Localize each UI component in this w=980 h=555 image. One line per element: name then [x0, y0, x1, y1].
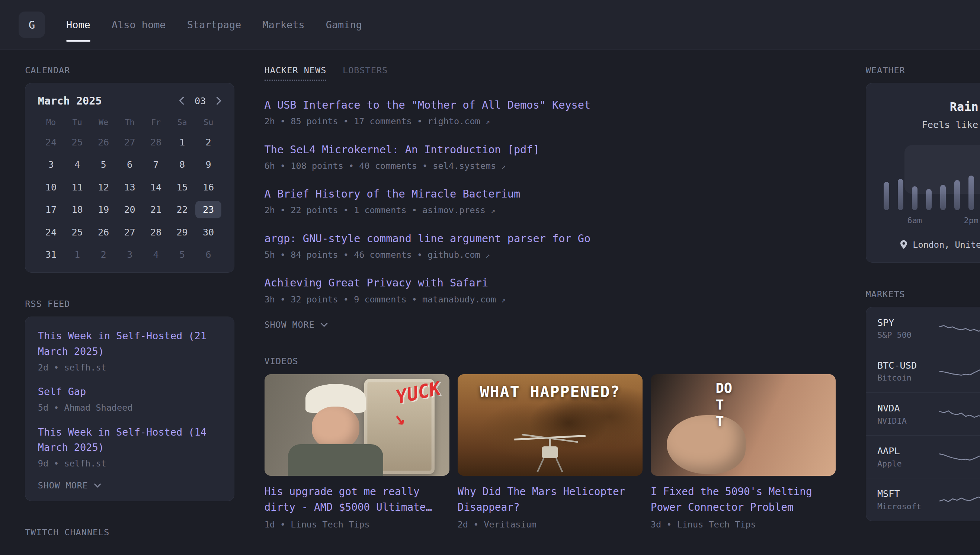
market-ticker[interactable]: MSFT	[877, 488, 937, 499]
nav-item-markets[interactable]: Markets	[262, 0, 304, 50]
calendar-day: 5	[90, 156, 117, 173]
news-item-source-link[interactable]: matanabudy.com ↗	[422, 294, 505, 305]
calendar-day: 12	[90, 178, 117, 196]
top-nav-bar: G HomeAlso homeStartpageMarketsGaming	[0, 0, 980, 50]
news-item: A Brief History of the Miracle Bacterium…	[265, 186, 836, 215]
news-item-meta-text: 2h • 22 points • 1 comments •	[265, 205, 422, 215]
calendar-prev-icon[interactable]	[179, 96, 184, 105]
video-title[interactable]: I Fixed the 5090's Melting Power Connect…	[651, 484, 836, 515]
video-card: WHAT HAPPENED?Why Did The Mars Helicopte…	[458, 374, 643, 530]
weather-chart: 12°	[884, 148, 980, 210]
markets-widget: SPYS&P 500-0.27%$563.98BTC-USDBitcoin+1.…	[866, 307, 980, 521]
rss-item-meta: 9d • selfh.st	[38, 458, 222, 469]
market-row-nvda[interactable]: NVDANVIDIA-0.70%$117.70	[866, 393, 980, 435]
video-title[interactable]: His upgrade got me really dirty - AMD $5…	[265, 484, 449, 515]
nav-item-startpage[interactable]: Startpage	[187, 0, 241, 50]
dashboard: CALENDAR March 2025 03 MoTuWeThFrSaSu242…	[0, 50, 980, 545]
market-name: Bitcoin	[877, 373, 937, 382]
sparkline-chart	[939, 319, 980, 338]
news-item-title[interactable]: The SeL4 Microkernel: An Introduction [p…	[265, 142, 836, 158]
weather-location: London, United Kingdom	[879, 239, 980, 250]
show-more-label: SHOW MORE	[265, 319, 315, 330]
news-item-title[interactable]: Achieving Great Privacy with Safari	[265, 275, 836, 291]
market-row-aapl[interactable]: AAPLApple+1.95%$218.27	[866, 435, 980, 478]
sparkline-chart	[939, 490, 980, 509]
nav-item-also-home[interactable]: Also home	[112, 0, 166, 50]
market-symbol: MSFTMicrosoft	[877, 488, 937, 511]
news-item-meta-text: 5h • 84 points • 46 comments •	[265, 250, 428, 260]
nav-item-home[interactable]: Home	[66, 0, 90, 50]
rss-item-title[interactable]: Self Gap	[38, 384, 222, 399]
video-thumbnail[interactable]: WHAT HAPPENED?	[458, 374, 643, 476]
thumbnail-overlay-text: DO T T	[716, 380, 733, 430]
weather-location-label: London, United Kingdom	[913, 239, 980, 250]
nav-item-gaming[interactable]: Gaming	[326, 0, 362, 50]
rss-list: This Week in Self-Hosted (21 March 2025)…	[38, 328, 222, 469]
weather-bar	[884, 182, 889, 210]
news-item-meta: 3h • 32 points • 9 comments • matanabudy…	[265, 294, 836, 305]
calendar-day: 27	[117, 133, 143, 151]
video-card: YUCK↘His upgrade got me really dirty - A…	[265, 374, 449, 530]
news-list: A USB Interface to the "Mother of All De…	[265, 97, 836, 304]
market-ticker[interactable]: NVDA	[877, 403, 937, 414]
market-ticker[interactable]: SPY	[877, 317, 937, 328]
rss-item-title[interactable]: This Week in Self-Hosted (21 March 2025)	[38, 328, 222, 359]
calendar-day: 4	[143, 246, 169, 263]
market-ticker[interactable]: BTC-USD	[877, 360, 937, 371]
news-item-source-link[interactable]: asimov.press ↗	[422, 205, 495, 215]
external-link-icon: ↗	[486, 251, 490, 260]
calendar-day: 28	[143, 133, 169, 151]
rss-item-title[interactable]: This Week in Self-Hosted (14 March 2025)	[38, 424, 222, 455]
news-show-more-button[interactable]: SHOW MORE	[265, 319, 836, 330]
news-item-source-link[interactable]: github.com ↗	[428, 250, 490, 260]
weather-x-label: 2pm	[964, 216, 978, 225]
news-item-title[interactable]: argp: GNU-style command line argument pa…	[265, 231, 836, 247]
calendar-day: 18	[64, 201, 90, 218]
market-name: S&P 500	[877, 330, 937, 340]
market-row-spy[interactable]: SPYS&P 500-0.27%$563.98	[866, 307, 980, 350]
calendar-weekday: Th	[117, 116, 143, 129]
market-sparkline	[937, 405, 980, 423]
calendar-day: 20	[117, 201, 143, 218]
calendar-current-month-button[interactable]: 03	[194, 96, 206, 106]
calendar-next-icon[interactable]	[216, 96, 221, 105]
tab-hacker-news[interactable]: HACKER NEWS	[265, 65, 327, 81]
sparkline-chart	[939, 405, 980, 423]
calendar-day: 29	[169, 223, 195, 241]
news-item-title[interactable]: A USB Interface to the "Mother of All De…	[265, 97, 836, 113]
news-item-meta: 2h • 85 points • 17 comments • righto.co…	[265, 116, 836, 127]
calendar-weekday: Mo	[38, 116, 64, 129]
news-item-title[interactable]: A Brief History of the Miracle Bacterium	[265, 186, 836, 202]
app-logo[interactable]: G	[19, 11, 45, 38]
rss-section-label: RSS FEED	[25, 299, 234, 309]
calendar-nav: 03	[179, 96, 221, 106]
rss-item: Self Gap5d • Ahmad Shadeed	[38, 384, 222, 413]
news-item-source-link[interactable]: righto.com ↗	[428, 116, 490, 127]
sparkline-chart	[939, 362, 980, 380]
video-thumbnail[interactable]: DO T T	[651, 374, 836, 476]
market-row-btc-usd[interactable]: BTC-USDBitcoin+1.39%$84,999.29	[866, 350, 980, 393]
tab-lobsters[interactable]: LOBSTERS	[343, 65, 388, 81]
video-meta: 3d • Linus Tech Tips	[651, 519, 836, 530]
market-ticker[interactable]: AAPL	[877, 446, 937, 456]
market-row-msft[interactable]: MSFTMicrosoft+1.14%$391.26	[866, 478, 980, 521]
rss-show-more-button[interactable]: SHOW MORE	[38, 480, 222, 491]
calendar-day: 17	[38, 201, 64, 218]
calendar-day: 24	[38, 223, 64, 241]
right-column: WEATHER Rain Feels like 11°C 12° 6am2pm1…	[866, 65, 980, 545]
calendar-grid: MoTuWeThFrSaSu24252627281234567891011121…	[38, 116, 222, 263]
videos-row: YUCK↘His upgrade got me really dirty - A…	[265, 374, 836, 530]
mars-helicopter-graphic	[509, 427, 590, 475]
map-pin-icon	[900, 239, 908, 250]
calendar-day: 26	[90, 133, 117, 151]
video-title[interactable]: Why Did The Mars Helicopter Disappear?	[458, 484, 643, 515]
market-symbol: SPYS&P 500	[877, 317, 937, 340]
chevron-down-icon	[320, 322, 328, 327]
rss-item: This Week in Self-Hosted (14 March 2025)…	[38, 424, 222, 469]
video-thumbnail[interactable]: YUCK↘	[265, 374, 449, 476]
news-item-source-link[interactable]: sel4.systems ↗	[433, 161, 505, 171]
video-meta: 1d • Linus Tech Tips	[265, 519, 449, 530]
news-item: A USB Interface to the "Mother of All De…	[265, 97, 836, 127]
calendar-widget: March 2025 03 MoTuWeThFrSaSu242526272812…	[25, 83, 234, 273]
calendar-day: 24	[38, 133, 64, 151]
